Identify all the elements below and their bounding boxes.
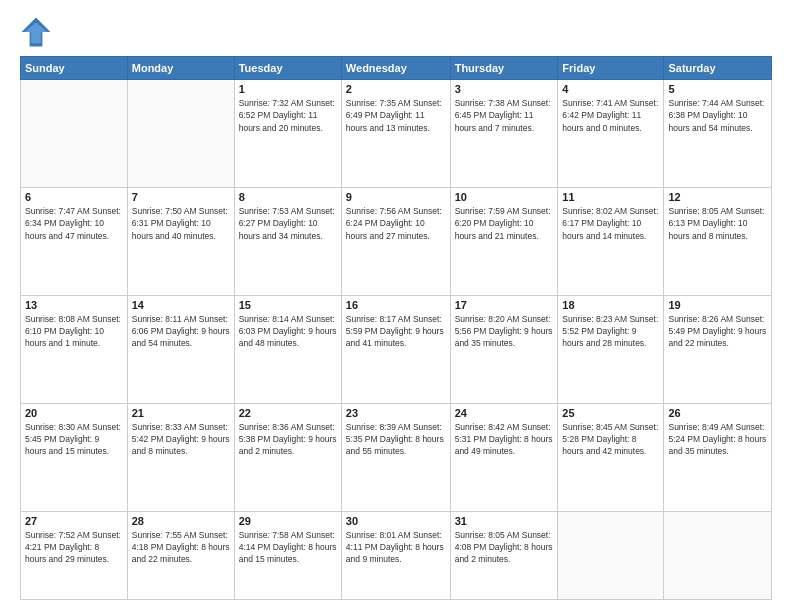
day-number: 22 [239, 407, 337, 419]
day-number: 25 [562, 407, 659, 419]
day-number: 6 [25, 191, 123, 203]
day-info: Sunrise: 8:11 AM Sunset: 6:06 PM Dayligh… [132, 313, 230, 350]
calendar-week-row: 27Sunrise: 7:52 AM Sunset: 4:21 PM Dayli… [21, 511, 772, 599]
day-number: 27 [25, 515, 123, 527]
calendar-cell: 28Sunrise: 7:55 AM Sunset: 4:18 PM Dayli… [127, 511, 234, 599]
calendar-cell: 27Sunrise: 7:52 AM Sunset: 4:21 PM Dayli… [21, 511, 128, 599]
day-info: Sunrise: 8:36 AM Sunset: 5:38 PM Dayligh… [239, 421, 337, 458]
day-number: 4 [562, 83, 659, 95]
day-number: 1 [239, 83, 337, 95]
day-info: Sunrise: 8:17 AM Sunset: 5:59 PM Dayligh… [346, 313, 446, 350]
calendar-cell: 16Sunrise: 8:17 AM Sunset: 5:59 PM Dayli… [341, 295, 450, 403]
calendar-cell [21, 80, 128, 188]
calendar-cell: 24Sunrise: 8:42 AM Sunset: 5:31 PM Dayli… [450, 403, 558, 511]
calendar-cell: 15Sunrise: 8:14 AM Sunset: 6:03 PM Dayli… [234, 295, 341, 403]
calendar-cell: 25Sunrise: 8:45 AM Sunset: 5:28 PM Dayli… [558, 403, 664, 511]
day-number: 9 [346, 191, 446, 203]
day-number: 21 [132, 407, 230, 419]
calendar-cell: 11Sunrise: 8:02 AM Sunset: 6:17 PM Dayli… [558, 187, 664, 295]
calendar-cell: 6Sunrise: 7:47 AM Sunset: 6:34 PM Daylig… [21, 187, 128, 295]
calendar-cell: 20Sunrise: 8:30 AM Sunset: 5:45 PM Dayli… [21, 403, 128, 511]
day-number: 11 [562, 191, 659, 203]
calendar-header-monday: Monday [127, 57, 234, 80]
day-info: Sunrise: 8:01 AM Sunset: 4:11 PM Dayligh… [346, 529, 446, 566]
calendar-cell: 3Sunrise: 7:38 AM Sunset: 6:45 PM Daylig… [450, 80, 558, 188]
calendar-cell: 8Sunrise: 7:53 AM Sunset: 6:27 PM Daylig… [234, 187, 341, 295]
day-info: Sunrise: 7:58 AM Sunset: 4:14 PM Dayligh… [239, 529, 337, 566]
day-number: 8 [239, 191, 337, 203]
day-info: Sunrise: 8:49 AM Sunset: 5:24 PM Dayligh… [668, 421, 767, 458]
day-number: 30 [346, 515, 446, 527]
day-info: Sunrise: 7:44 AM Sunset: 6:38 PM Dayligh… [668, 97, 767, 134]
day-info: Sunrise: 7:52 AM Sunset: 4:21 PM Dayligh… [25, 529, 123, 566]
calendar-cell: 12Sunrise: 8:05 AM Sunset: 6:13 PM Dayli… [664, 187, 772, 295]
calendar-cell [127, 80, 234, 188]
calendar-cell: 10Sunrise: 7:59 AM Sunset: 6:20 PM Dayli… [450, 187, 558, 295]
logo-icon [20, 16, 52, 48]
day-number: 5 [668, 83, 767, 95]
day-number: 31 [455, 515, 554, 527]
calendar-cell: 7Sunrise: 7:50 AM Sunset: 6:31 PM Daylig… [127, 187, 234, 295]
calendar-cell: 17Sunrise: 8:20 AM Sunset: 5:56 PM Dayli… [450, 295, 558, 403]
day-number: 20 [25, 407, 123, 419]
day-number: 14 [132, 299, 230, 311]
header [20, 16, 772, 48]
day-info: Sunrise: 8:05 AM Sunset: 4:08 PM Dayligh… [455, 529, 554, 566]
logo [20, 16, 56, 48]
calendar-week-row: 6Sunrise: 7:47 AM Sunset: 6:34 PM Daylig… [21, 187, 772, 295]
calendar-cell: 5Sunrise: 7:44 AM Sunset: 6:38 PM Daylig… [664, 80, 772, 188]
day-number: 18 [562, 299, 659, 311]
day-info: Sunrise: 7:55 AM Sunset: 4:18 PM Dayligh… [132, 529, 230, 566]
day-info: Sunrise: 7:32 AM Sunset: 6:52 PM Dayligh… [239, 97, 337, 134]
day-info: Sunrise: 8:14 AM Sunset: 6:03 PM Dayligh… [239, 313, 337, 350]
day-info: Sunrise: 8:39 AM Sunset: 5:35 PM Dayligh… [346, 421, 446, 458]
day-number: 17 [455, 299, 554, 311]
calendar-cell: 19Sunrise: 8:26 AM Sunset: 5:49 PM Dayli… [664, 295, 772, 403]
day-info: Sunrise: 7:56 AM Sunset: 6:24 PM Dayligh… [346, 205, 446, 242]
calendar-cell: 30Sunrise: 8:01 AM Sunset: 4:11 PM Dayli… [341, 511, 450, 599]
calendar-cell: 1Sunrise: 7:32 AM Sunset: 6:52 PM Daylig… [234, 80, 341, 188]
day-number: 29 [239, 515, 337, 527]
calendar-header-friday: Friday [558, 57, 664, 80]
day-info: Sunrise: 8:45 AM Sunset: 5:28 PM Dayligh… [562, 421, 659, 458]
calendar-table: SundayMondayTuesdayWednesdayThursdayFrid… [20, 56, 772, 600]
day-info: Sunrise: 8:08 AM Sunset: 6:10 PM Dayligh… [25, 313, 123, 350]
calendar-cell: 14Sunrise: 8:11 AM Sunset: 6:06 PM Dayli… [127, 295, 234, 403]
calendar-header-tuesday: Tuesday [234, 57, 341, 80]
day-number: 15 [239, 299, 337, 311]
day-number: 24 [455, 407, 554, 419]
calendar-cell: 21Sunrise: 8:33 AM Sunset: 5:42 PM Dayli… [127, 403, 234, 511]
day-info: Sunrise: 8:26 AM Sunset: 5:49 PM Dayligh… [668, 313, 767, 350]
calendar-header-saturday: Saturday [664, 57, 772, 80]
calendar-cell [558, 511, 664, 599]
day-number: 2 [346, 83, 446, 95]
calendar-cell: 18Sunrise: 8:23 AM Sunset: 5:52 PM Dayli… [558, 295, 664, 403]
calendar-cell: 2Sunrise: 7:35 AM Sunset: 6:49 PM Daylig… [341, 80, 450, 188]
day-number: 23 [346, 407, 446, 419]
day-number: 13 [25, 299, 123, 311]
day-number: 10 [455, 191, 554, 203]
day-info: Sunrise: 8:33 AM Sunset: 5:42 PM Dayligh… [132, 421, 230, 458]
calendar-cell: 23Sunrise: 8:39 AM Sunset: 5:35 PM Dayli… [341, 403, 450, 511]
calendar-cell: 4Sunrise: 7:41 AM Sunset: 6:42 PM Daylig… [558, 80, 664, 188]
calendar-cell: 22Sunrise: 8:36 AM Sunset: 5:38 PM Dayli… [234, 403, 341, 511]
day-number: 19 [668, 299, 767, 311]
day-number: 7 [132, 191, 230, 203]
calendar-week-row: 20Sunrise: 8:30 AM Sunset: 5:45 PM Dayli… [21, 403, 772, 511]
day-number: 3 [455, 83, 554, 95]
day-info: Sunrise: 7:53 AM Sunset: 6:27 PM Dayligh… [239, 205, 337, 242]
day-info: Sunrise: 7:35 AM Sunset: 6:49 PM Dayligh… [346, 97, 446, 134]
calendar-header-thursday: Thursday [450, 57, 558, 80]
calendar-cell: 31Sunrise: 8:05 AM Sunset: 4:08 PM Dayli… [450, 511, 558, 599]
day-info: Sunrise: 7:47 AM Sunset: 6:34 PM Dayligh… [25, 205, 123, 242]
calendar-cell: 9Sunrise: 7:56 AM Sunset: 6:24 PM Daylig… [341, 187, 450, 295]
day-info: Sunrise: 7:41 AM Sunset: 6:42 PM Dayligh… [562, 97, 659, 134]
calendar-header-row: SundayMondayTuesdayWednesdayThursdayFrid… [21, 57, 772, 80]
day-number: 28 [132, 515, 230, 527]
day-info: Sunrise: 8:42 AM Sunset: 5:31 PM Dayligh… [455, 421, 554, 458]
day-info: Sunrise: 8:05 AM Sunset: 6:13 PM Dayligh… [668, 205, 767, 242]
day-info: Sunrise: 8:20 AM Sunset: 5:56 PM Dayligh… [455, 313, 554, 350]
calendar-week-row: 1Sunrise: 7:32 AM Sunset: 6:52 PM Daylig… [21, 80, 772, 188]
calendar-header-sunday: Sunday [21, 57, 128, 80]
day-number: 16 [346, 299, 446, 311]
